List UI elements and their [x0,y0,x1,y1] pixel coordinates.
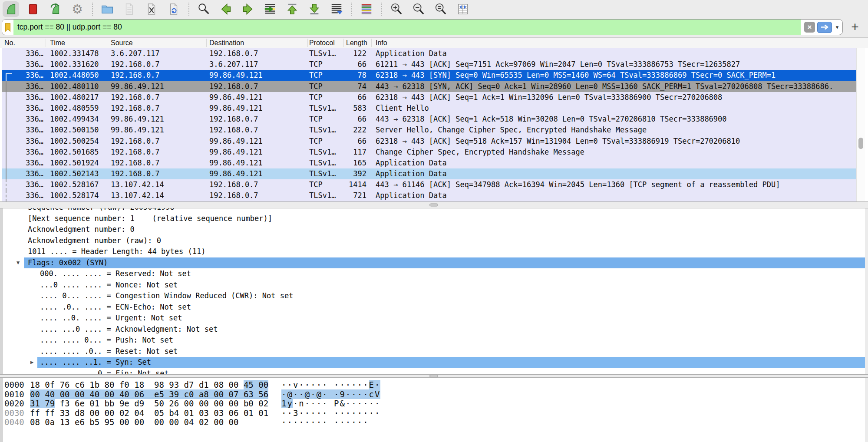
hex-row-0000[interactable]: 000018 0f 76 c6 1b 80 f0 18 98 93 d7 d1 … [3,380,865,390]
hex-ascii[interactable]: 1y·n···· P&······ [281,399,380,409]
display-filter-input[interactable]: tcp.port == 80 || udp.port == 80 [13,20,801,35]
detail-line[interactable]: .... .... 0... = Push: Not set [3,335,865,346]
colorize-packets-button[interactable] [358,1,375,17]
hex-bytes[interactable]: 08 0a 13 e6 b5 95 00 00 00 00 04 02 00 0… [30,418,238,427]
packet-list-scrollbar[interactable] [856,48,865,201]
packet-row[interactable]: 336…1002.480559192.168.0.799.86.49.121TL… [2,103,857,114]
hex-ascii[interactable]: ··v····· ······E· [281,380,380,390]
detail-line[interactable]: .... ...0 .... = Acknowledgment: Not set [3,324,865,335]
detail-line[interactable]: 000. .... .... = Reserved: Not set [3,268,865,280]
column-header-source[interactable]: Source [111,38,207,48]
pane-splitter-top[interactable] [0,201,868,208]
packet-row[interactable]: 336…1002.50015099.86.49.121192.168.0.7TL… [2,125,857,135]
resize-columns-icon [456,3,469,16]
detail-line[interactable]: ▼Flags: 0x002 (SYN) [3,257,865,269]
open-capture-file-button[interactable] [99,1,116,17]
zoom-in-button[interactable] [388,1,405,17]
detail-line[interactable]: ▶.... .... ..1. = Syn: Set [3,357,865,368]
detail-line[interactable]: .... ..0. .... = Urgent: Not set [3,313,865,324]
packet-source: 192.168.0.7 [111,158,160,168]
find-packet-button[interactable] [195,1,212,17]
close-capture-file-button[interactable] [143,1,160,17]
column-header-info[interactable]: Info [376,38,862,48]
packet-row[interactable]: 336…1002.331620192.168.0.73.6.207.117TCP… [2,59,857,70]
go-to-packet-button[interactable] [262,1,278,17]
packet-row[interactable]: 336…1002.500254192.168.0.799.86.49.121TC… [2,136,857,147]
column-separator[interactable] [46,39,46,47]
restart-capture-button[interactable] [47,1,63,17]
reload-capture-file-button[interactable] [165,1,182,17]
detail-line[interactable]: [Next sequence number: 1 (relative seque… [3,213,865,224]
packet-row[interactable]: 336…1002.480217192.168.0.799.86.49.121TC… [2,92,857,103]
filter-apply-button[interactable] [817,22,832,33]
detail-line[interactable]: ...0 .... .... = Nonce: Not set [3,280,865,291]
hex-ascii[interactable]: ········ ······ [281,418,369,427]
filter-bookmark-button[interactable] [2,20,13,35]
packet-row[interactable]: 336…1002.52817413.107.42.14192.168.0.7TL… [2,190,857,201]
save-capture-file-button[interactable] [121,1,138,17]
go-to-first-packet-button[interactable] [284,1,300,17]
packet-row[interactable]: 336…1002.52816713.107.42.14192.168.0.7TC… [2,179,857,190]
column-separator[interactable] [206,39,207,47]
column-separator[interactable] [371,39,372,47]
stop-capture-button[interactable] [25,1,41,17]
collapse-arrow-icon[interactable]: ▼ [17,257,20,269]
scrollbar-thumb[interactable] [858,138,863,149]
detail-line[interactable]: Acknowledgment number (raw): 0 [3,235,865,247]
filter-add-button[interactable]: + [847,20,863,34]
zoom-normal-size-button[interactable] [432,1,449,17]
capture-options-icon: ⚙ [72,3,83,16]
hex-bytes[interactable]: 31 79 f3 6e 01 bb 9e d9 50 26 00 00 00 0… [30,399,268,409]
auto-scroll-toggle-button[interactable] [328,1,345,17]
packet-row[interactable]: 336…1002.448050192.168.0.799.86.49.121TC… [2,70,857,81]
column-separator[interactable] [107,39,107,47]
detail-line[interactable]: Acknowledgment number: 0 [3,224,865,235]
packet-info: Server Hello, Change Cipher Spec, Encryp… [376,125,647,135]
start-capture-button[interactable] [3,1,19,17]
packet-row[interactable]: 336…1002.502143192.168.0.799.86.49.121TL… [2,168,857,179]
detail-line[interactable]: Sequence number (raw): 2005041998 [3,208,865,213]
packet-row[interactable]: 336…1002.49943499.86.49.121192.168.0.7TC… [2,114,857,125]
go-to-last-packet-button[interactable] [306,1,323,17]
hex-row-0020[interactable]: 002031 79 f3 6e 01 bb 9e d9 50 26 00 00 … [3,399,865,409]
hex-bytes[interactable]: ff ff 33 d8 00 00 02 04 05 b4 01 03 03 0… [30,409,268,418]
column-header-protocol[interactable]: Protocol [309,38,344,48]
go-forward-button[interactable] [240,1,256,17]
zoom-out-button[interactable] [410,1,427,17]
column-header-no[interactable]: No. [4,38,44,48]
hex-bytes[interactable]: 00 40 00 00 40 00 40 06 e5 39 c0 a8 00 0… [30,390,268,399]
splitter-grip-icon [429,204,438,207]
detail-line[interactable]: .... .... ...0 = Fin: Not set [3,368,865,375]
column-header-destination[interactable]: Destination [209,38,307,48]
filter-clear-button[interactable]: × [804,22,815,33]
hex-row-0010[interactable]: 001000 40 00 00 40 00 40 06 e5 39 c0 a8 … [3,390,865,399]
packet-list-header: No.TimeSourceDestinationProtocolLengthIn… [0,37,868,48]
column-header-length[interactable]: Length [346,38,368,48]
conversation-trace-line [6,158,7,168]
hex-ascii[interactable]: ··3····· ········ [281,409,380,418]
display-filter-field[interactable]: tcp.port == 80 || udp.port == 80 × ▾ [2,19,843,35]
hex-bytes[interactable]: 18 0f 76 c6 1b 80 f0 18 98 93 d7 d1 08 0… [30,380,268,390]
go-back-button[interactable] [218,1,234,17]
hex-row-0040[interactable]: 004008 0a 13 e6 b5 95 00 00 00 00 04 02 … [3,418,865,427]
detail-line[interactable]: .... 0... .... = Congestion Window Reduc… [3,290,865,302]
column-separator[interactable] [343,39,344,47]
packet-row[interactable]: 336…1002.501924192.168.0.799.86.49.121TL… [2,158,857,168]
expand-arrow-icon[interactable]: ▶ [30,357,33,368]
hex-row-0030[interactable]: 0030ff ff 33 d8 00 00 02 04 05 b4 01 03 … [3,409,865,418]
detail-line[interactable]: .... .0.. .... = ECN-Echo: Not set [3,302,865,313]
packet-row[interactable]: 336…1002.48011099.86.49.121192.168.0.7TC… [2,81,857,92]
packet-destination: 99.86.49.121 [209,70,263,81]
detail-line[interactable]: .... .... .0.. = Reset: Not set [3,346,865,357]
packet-row[interactable]: 336…1002.501685192.168.0.799.86.49.121TL… [2,147,857,158]
capture-options-button[interactable]: ⚙ [69,1,86,17]
column-separator[interactable] [307,39,308,47]
pane-splitter-bottom[interactable] [0,374,868,378]
toolbar-separator [351,3,352,16]
resize-columns-button[interactable] [455,1,471,17]
filter-dropdown-caret[interactable]: ▾ [832,24,842,30]
hex-ascii[interactable]: ·@··@·@· ·9····cV [281,390,380,399]
packet-row[interactable]: 336…1002.3314783.6.207.117192.168.0.7TLS… [2,48,857,59]
detail-line[interactable]: 1011 .... = Header Length: 44 bytes (11) [3,246,865,257]
column-header-time[interactable]: Time [50,38,109,48]
